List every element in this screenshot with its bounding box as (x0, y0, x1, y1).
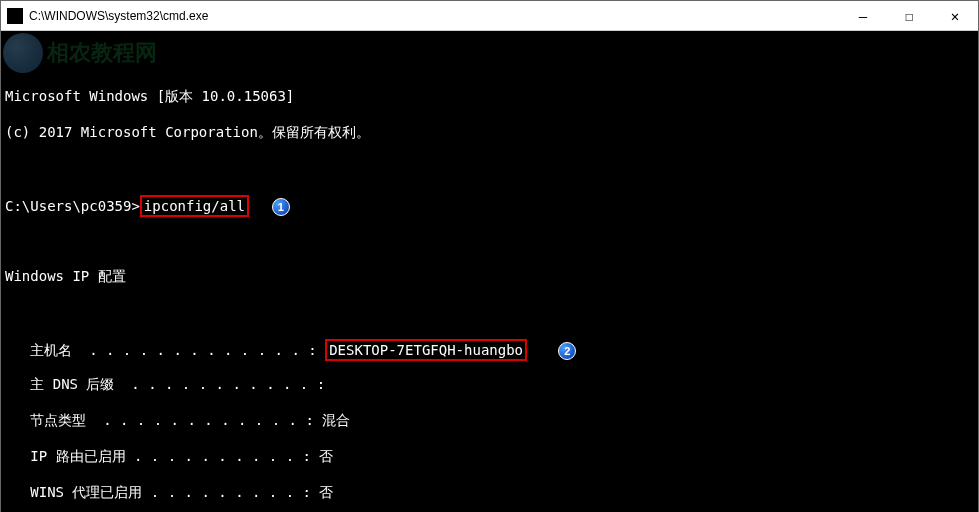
cmd-icon (7, 8, 23, 24)
minimize-button[interactable]: — (840, 1, 886, 31)
command-text: ipconfig/all (144, 198, 245, 214)
header-line-1: Microsoft Windows [版本 10.0.15063] (5, 87, 974, 105)
hostname-dots: . . . . . . . . . . . . . : (72, 342, 325, 358)
watermark-logo-icon (3, 33, 43, 73)
hostname-line: 主机名 . . . . . . . . . . . . . : DESKTOP-… (5, 339, 974, 357)
watermark: 相农教程网 (3, 33, 157, 73)
window-title: C:\WINDOWS\system32\cmd.exe (29, 9, 840, 23)
window-controls: — ☐ ✕ (840, 1, 978, 31)
node-type-line: 节点类型 . . . . . . . . . . . . : 混合 (5, 411, 974, 429)
dns-suffix-line: 主 DNS 后缀 . . . . . . . . . . . : (5, 375, 974, 393)
header-line-2: (c) 2017 Microsoft Corporation。保留所有权利。 (5, 123, 974, 141)
prompt-line: C:\Users\pc0359>ipconfig/all 1 (5, 195, 974, 213)
marker-2: 2 (558, 342, 576, 360)
close-button[interactable]: ✕ (932, 1, 978, 31)
blank (5, 159, 974, 177)
watermark-text: 相农教程网 (47, 44, 157, 62)
ipconfig-title: Windows IP 配置 (5, 267, 974, 285)
cmd-window: C:\WINDOWS\system32\cmd.exe — ☐ ✕ 相农教程网 … (0, 0, 979, 512)
blank (5, 303, 974, 321)
command-highlight: ipconfig/all (140, 195, 249, 217)
ip-routing-line: IP 路由已启用 . . . . . . . . . . : 否 (5, 447, 974, 465)
hostname-label: 主机名 (5, 342, 72, 358)
terminal-output[interactable]: 相农教程网 Microsoft Windows [版本 10.0.15063] … (1, 31, 978, 512)
titlebar[interactable]: C:\WINDOWS\system32\cmd.exe — ☐ ✕ (1, 1, 978, 31)
hostname-value: DESKTOP-7ETGFQH-huangbo (329, 342, 523, 358)
maximize-button[interactable]: ☐ (886, 1, 932, 31)
hostname-highlight: DESKTOP-7ETGFQH-huangbo (325, 339, 527, 361)
prompt-path: C:\Users\pc0359> (5, 198, 140, 214)
wins-proxy-line: WINS 代理已启用 . . . . . . . . . : 否 (5, 483, 974, 501)
marker-1: 1 (272, 198, 290, 216)
blank (5, 231, 974, 249)
